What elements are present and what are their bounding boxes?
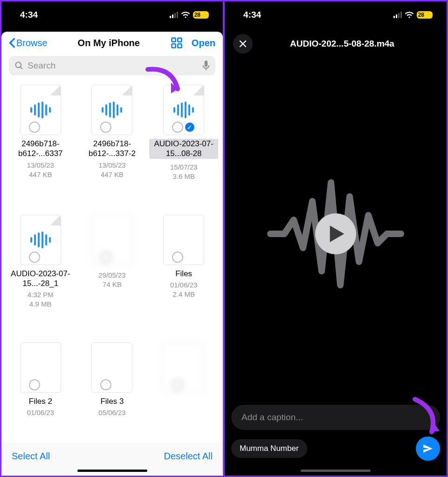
selection-circle: [29, 379, 40, 390]
file-item[interactable]: [149, 342, 218, 443]
file-name: Files: [149, 269, 218, 279]
selection-circle: [29, 122, 40, 133]
file-name: Files 3: [78, 396, 147, 406]
selection-circle: [29, 252, 40, 263]
audio-file-icon: [20, 85, 61, 135]
selection-circle: [172, 252, 183, 263]
file-item[interactable]: ✓ AUDIO-2023-07-15...08-2815/07/233.6 MB: [149, 85, 218, 206]
clock: 4:34: [20, 10, 38, 20]
status-bar: 4:34 28⚡: [225, 1, 447, 28]
close-button[interactable]: [233, 34, 253, 54]
chevron-left-icon: [9, 38, 15, 48]
audio-preview-screen: 4:34 28⚡ AUDIO-202...5-08-28.m4a Add a c…: [224, 0, 448, 477]
file-title: AUDIO-202...5-08-28.m4a: [265, 39, 438, 49]
file-name: Files 2: [6, 396, 75, 406]
annotation-arrow: [144, 65, 186, 102]
svg-rect-2: [172, 44, 175, 48]
selection-circle: [100, 379, 111, 390]
cellular-signal-icon: [170, 12, 178, 18]
svg-marker-34: [330, 225, 345, 242]
recipient-chip[interactable]: Mumma Number: [231, 439, 307, 458]
wifi-icon: [405, 12, 414, 19]
file-grid: 2496b718-b612-...633713/05/23447 KB 2496…: [1, 80, 223, 443]
audio-file-icon: [20, 215, 61, 265]
selection-circle: [172, 122, 183, 133]
file-name: AUDIO-2023-07-15...-28_1: [6, 269, 75, 289]
file-item[interactable]: 29/05/2374 KB: [78, 215, 147, 334]
file-item[interactable]: 2496b718-b612-...337-213/05/23447 KB: [78, 85, 147, 206]
selection-circle: [100, 252, 111, 263]
page-title: On My iPhone: [78, 38, 140, 48]
annotation-arrow: [406, 395, 443, 442]
caption-placeholder: Add a caption...: [241, 412, 303, 422]
selection-circle: [172, 379, 183, 390]
svg-rect-0: [172, 38, 175, 42]
document-file-icon: [91, 215, 132, 265]
back-button[interactable]: Browse: [9, 38, 48, 48]
file-item[interactable]: AUDIO-2023-07-15...-28_14:32 PM4.9 MB: [6, 215, 75, 334]
files-picker-screen: 4:34 28⚡ Browse On My iPhone Open Search: [0, 0, 224, 477]
file-meta: 01/06/23: [6, 408, 75, 417]
svg-line-5: [21, 67, 22, 69]
close-icon: [239, 40, 247, 48]
document-file-icon: [20, 342, 61, 393]
files-sheet: Browse On My iPhone Open Search 2496b718…: [1, 32, 223, 476]
send-icon: [422, 443, 434, 455]
deselect-all-button[interactable]: Deselect All: [164, 451, 213, 462]
select-all-button[interactable]: Select All: [12, 451, 50, 462]
grid-view-icon[interactable]: [170, 36, 183, 49]
svg-rect-3: [178, 44, 181, 48]
search-icon: [14, 61, 24, 70]
battery-icon: 28⚡: [193, 11, 209, 19]
open-button[interactable]: Open: [192, 38, 215, 48]
play-button[interactable]: [315, 213, 356, 254]
checkmark-icon: ✓: [184, 122, 195, 133]
file-item[interactable]: Files01/06/232.4 MB: [149, 215, 218, 334]
document-file-icon: [163, 215, 204, 265]
home-indicator: [77, 470, 147, 472]
audio-preview: [225, 63, 447, 405]
file-name: AUDIO-2023-07-15...08-28: [149, 139, 218, 159]
file-meta: 01/06/232.4 MB: [149, 280, 218, 300]
file-item[interactable]: Files 305/06/23: [78, 342, 147, 443]
file-meta: 13/05/23447 KB: [6, 161, 75, 180]
status-bar: 4:34 28⚡: [1, 1, 223, 28]
clock: 4:34: [243, 10, 261, 20]
document-file-icon: [91, 342, 132, 393]
svg-rect-1: [178, 38, 181, 42]
file-meta: 15/07/233.6 MB: [149, 163, 218, 182]
svg-rect-6: [205, 61, 208, 67]
file-meta: 4:32 PM4.9 MB: [6, 290, 75, 309]
file-meta: 13/05/23447 KB: [78, 161, 147, 180]
battery-icon: 28⚡: [417, 11, 433, 19]
back-label: Browse: [16, 38, 48, 48]
selection-circle: [100, 122, 111, 133]
file-meta: 05/06/23: [78, 408, 147, 417]
file-item[interactable]: Files 201/06/23: [6, 342, 75, 443]
home-indicator: [301, 470, 371, 472]
file-name: 2496b718-b612-...337-2: [78, 139, 147, 159]
dictation-icon[interactable]: [202, 61, 210, 71]
file-name: 2496b718-b612-...6337: [6, 139, 75, 159]
document-file-icon: [163, 342, 204, 393]
play-icon: [329, 225, 345, 243]
cellular-signal-icon: [393, 12, 402, 18]
wifi-icon: [181, 12, 190, 19]
file-item[interactable]: 2496b718-b612-...633713/05/23447 KB: [6, 85, 75, 206]
file-meta: 29/05/2374 KB: [78, 271, 147, 290]
audio-file-icon: [91, 85, 132, 135]
